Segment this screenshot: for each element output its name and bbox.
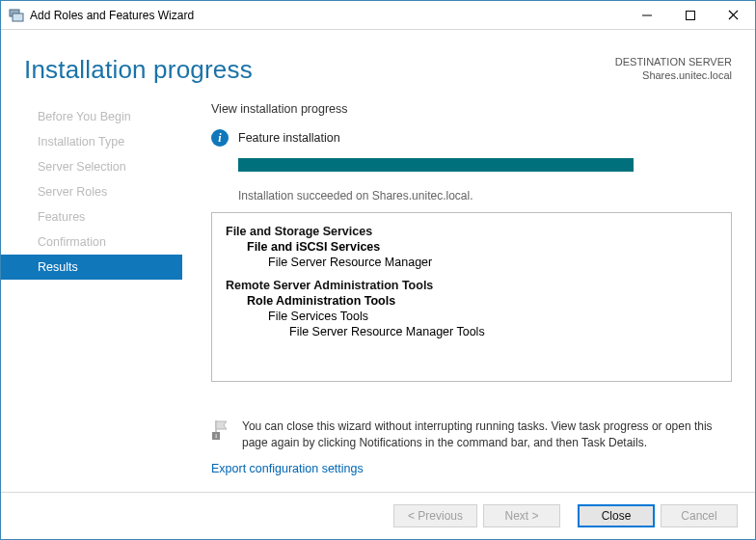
- window-controls: [625, 1, 755, 29]
- sidebar-step-results: Results: [1, 255, 182, 280]
- cancel-button: Cancel: [661, 504, 738, 527]
- sidebar-step-server-roles: Server Roles: [1, 179, 182, 204]
- wizard-window: Add Roles and Features Wizard Installati…: [0, 0, 756, 540]
- info-icon: i: [211, 129, 229, 147]
- tree-item: File and iSCSI Services: [226, 240, 717, 254]
- tree-item: File and Storage Services: [226, 225, 717, 238]
- tree-item: File Server Resource Manager Tools: [226, 325, 717, 338]
- sidebar-step-installation-type: Installation Type: [1, 129, 182, 154]
- progress-bar: [238, 158, 634, 172]
- svg-text:1: 1: [214, 432, 218, 440]
- destination-block: DESTINATION SERVER Shares.unitec.local: [615, 55, 732, 83]
- tree-item: Role Administration Tools: [226, 294, 717, 308]
- body: Before You Begin Installation Type Serve…: [1, 102, 755, 492]
- close-button[interactable]: Close: [578, 504, 655, 527]
- window-title: Add Roles and Features Wizard: [30, 9, 625, 22]
- tree-item: File Server Resource Manager: [226, 256, 717, 269]
- status-text: Installation succeeded on Shares.unitec.…: [238, 189, 732, 202]
- install-results-box: File and Storage Services File and iSCSI…: [211, 212, 732, 382]
- flag-icon: 1: [211, 418, 232, 440]
- sidebar: Before You Begin Installation Type Serve…: [1, 102, 182, 492]
- progress-wrap: [238, 158, 732, 172]
- footer: < Previous Next > Close Cancel: [1, 492, 755, 539]
- minimize-button[interactable]: [625, 1, 668, 29]
- sidebar-step-confirmation: Confirmation: [1, 230, 182, 255]
- page-title: Installation progress: [24, 55, 253, 85]
- main-panel: View installation progress i Feature ins…: [182, 102, 755, 492]
- sidebar-step-features: Features: [1, 204, 182, 230]
- titlebar: Add Roles and Features Wizard: [1, 1, 755, 30]
- header-section: Installation progress DESTINATION SERVER…: [1, 30, 755, 102]
- note-text: You can close this wizard without interr…: [242, 418, 732, 452]
- previous-button: < Previous: [393, 504, 477, 527]
- next-button: Next >: [483, 504, 560, 527]
- note-row: 1 You can close this wizard without inte…: [211, 418, 732, 452]
- app-icon: [9, 8, 24, 23]
- sidebar-step-before-you-begin: Before You Begin: [1, 104, 182, 129]
- feature-label: Feature installation: [238, 131, 340, 145]
- section-label: View installation progress: [211, 102, 732, 116]
- feature-row: i Feature installation: [211, 129, 732, 147]
- tree-item: Remote Server Administration Tools: [226, 279, 717, 292]
- tree-item: File Services Tools: [226, 310, 717, 323]
- svg-rect-3: [686, 11, 694, 19]
- destination-server: Shares.unitec.local: [615, 68, 732, 82]
- close-window-button[interactable]: [712, 1, 755, 29]
- sidebar-step-server-selection: Server Selection: [1, 154, 182, 179]
- destination-label: DESTINATION SERVER: [615, 55, 732, 68]
- svg-rect-1: [13, 14, 23, 21]
- export-configuration-link[interactable]: Export configuration settings: [211, 462, 732, 475]
- maximize-button[interactable]: [668, 1, 712, 29]
